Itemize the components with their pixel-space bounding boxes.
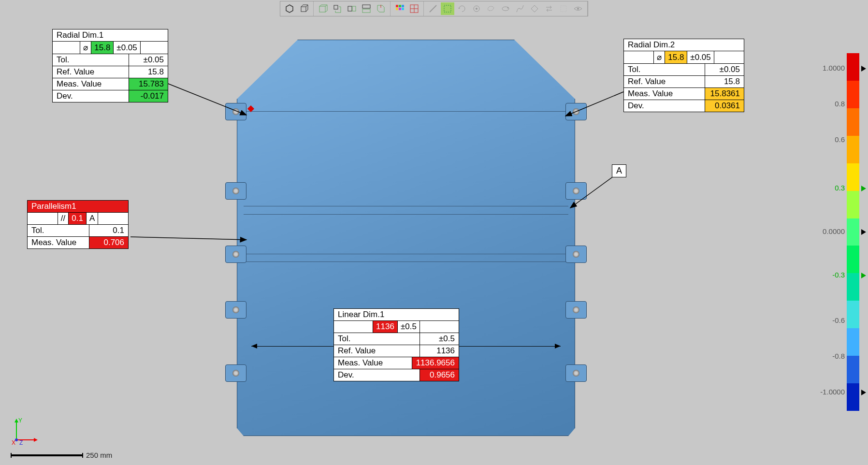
nominal-value: 15.8 bbox=[91, 42, 114, 54]
callout-radial-dim-1[interactable]: Radial Dim.1 ⌀ 15.8 ±0.05 Tol.±0.05 Ref.… bbox=[52, 29, 168, 102]
callout-title: Radial Dim.2 bbox=[624, 39, 744, 51]
meas-value: 15.8361 bbox=[705, 88, 744, 100]
tool-diamond-icon[interactable] bbox=[528, 2, 541, 15]
svg-marker-31 bbox=[531, 5, 538, 12]
callout-radial-dim-2[interactable]: Radial Dim.2 ⌀ 15.8 ±0.05 Tol.±0.05 Ref.… bbox=[623, 39, 744, 112]
svg-point-33 bbox=[577, 8, 579, 10]
meas-value: 1136.9656 bbox=[412, 357, 459, 369]
legend-tick: -0.6 bbox=[816, 316, 845, 324]
tool-select-box-icon[interactable] bbox=[441, 2, 454, 15]
tool-hexagon-icon[interactable] bbox=[283, 2, 296, 15]
legend-tick: 0.8 bbox=[816, 100, 845, 108]
svg-line-6 bbox=[325, 11, 327, 12]
svg-point-30 bbox=[507, 7, 509, 9]
tool-eye-icon[interactable] bbox=[571, 2, 585, 15]
tool-draw-icon[interactable] bbox=[513, 2, 527, 15]
tol-value: 0.1 bbox=[89, 225, 128, 236]
dev-label: Dev. bbox=[53, 90, 129, 102]
svg-rect-11 bbox=[352, 6, 356, 11]
svg-rect-32 bbox=[561, 6, 566, 12]
dev-value: 0.0361 bbox=[705, 100, 744, 112]
tolerance-symbol: ±0.5 bbox=[398, 321, 420, 333]
svg-rect-12 bbox=[362, 5, 370, 8]
tolerance-symbol: ±0.05 bbox=[687, 51, 714, 63]
tol-label: Tol. bbox=[28, 225, 89, 236]
tool-view3-icon[interactable] bbox=[360, 2, 373, 15]
svg-rect-21 bbox=[402, 8, 404, 10]
nominal-value: 15.8 bbox=[665, 51, 687, 63]
diameter-symbol-icon: ⌀ bbox=[80, 42, 91, 54]
legend-tick: 0.3 bbox=[816, 184, 845, 192]
tool-ghost-icon[interactable] bbox=[557, 2, 570, 15]
datum-text: A bbox=[616, 166, 622, 175]
tol-value: ±0.5 bbox=[420, 333, 459, 345]
legend-tick: 0.0000 bbox=[816, 227, 845, 235]
tool-line-icon[interactable] bbox=[426, 2, 440, 15]
tool-cube-icon[interactable] bbox=[297, 2, 311, 15]
dev-value: 0.9656 bbox=[420, 369, 459, 381]
ref-value: 1136 bbox=[420, 345, 459, 357]
ref-label: Ref. Value bbox=[624, 76, 705, 87]
axis-triad: Y X Z bbox=[11, 417, 40, 446]
legend-tick: 0.6 bbox=[816, 135, 845, 144]
tol-label: Tol. bbox=[334, 333, 420, 345]
meas-value: 0.706 bbox=[89, 237, 128, 248]
legend-tick: -0.8 bbox=[816, 352, 845, 360]
svg-rect-9 bbox=[334, 5, 338, 9]
ref-value: 15.8 bbox=[129, 66, 168, 78]
dev-label: Dev. bbox=[334, 369, 420, 381]
callout-linear-dim-1[interactable]: Linear Dim.1 1136 ±0.5 Tol.±0.5 Ref. Val… bbox=[333, 308, 459, 381]
tol-value: ±0.05 bbox=[705, 64, 744, 75]
svg-rect-19 bbox=[396, 8, 398, 10]
svg-line-2 bbox=[306, 5, 308, 7]
svg-marker-42 bbox=[34, 438, 38, 442]
tool-view4-icon[interactable] bbox=[374, 2, 388, 15]
svg-rect-1 bbox=[301, 7, 306, 12]
dev-value: -0.017 bbox=[129, 90, 168, 102]
axis-x-label: X bbox=[12, 439, 15, 446]
parallelism-symbol-icon: // bbox=[58, 213, 69, 224]
tol-value: ±0.05 bbox=[129, 54, 168, 66]
meas-value: 15.783 bbox=[129, 78, 168, 90]
datum-a-label: A bbox=[612, 164, 626, 177]
svg-rect-10 bbox=[348, 6, 352, 11]
tool-lasso-icon[interactable] bbox=[484, 2, 498, 15]
svg-rect-13 bbox=[362, 9, 370, 13]
meas-label: Meas. Value bbox=[28, 237, 89, 248]
tool-colorgrid-icon[interactable] bbox=[393, 2, 406, 15]
svg-marker-0 bbox=[286, 5, 293, 13]
ref-label: Ref. Value bbox=[334, 345, 420, 357]
ref-label: Ref. Value bbox=[53, 66, 129, 78]
diameter-symbol-icon: ⌀ bbox=[654, 51, 665, 63]
ref-value: 15.8 bbox=[705, 76, 744, 87]
svg-rect-18 bbox=[402, 5, 404, 7]
nominal-value: 1136 bbox=[373, 321, 398, 333]
callout-title: Radial Dim.1 bbox=[53, 29, 168, 42]
meas-label: Meas. Value bbox=[334, 357, 412, 369]
tool-rotate-icon[interactable] bbox=[455, 2, 469, 15]
svg-rect-20 bbox=[399, 8, 401, 10]
axis-y-label: Y bbox=[18, 417, 22, 424]
legend-tick: -0.3 bbox=[816, 271, 845, 279]
meas-label: Meas. Value bbox=[624, 88, 705, 100]
svg-marker-40 bbox=[14, 419, 18, 422]
tol-label: Tol. bbox=[624, 64, 705, 75]
tool-target-icon[interactable] bbox=[470, 2, 483, 15]
tool-view1-icon[interactable] bbox=[331, 2, 344, 15]
svg-rect-16 bbox=[396, 5, 398, 7]
svg-point-28 bbox=[476, 8, 477, 10]
deviation-color-legend: 1.0000 0.8 0.6 0.3 0.0000 -0.3 -0.6 -0.8… bbox=[806, 48, 859, 416]
svg-rect-3 bbox=[319, 6, 325, 12]
scale-line bbox=[11, 454, 83, 456]
axis-z-label: Z bbox=[19, 439, 23, 446]
tool-plaingrid-icon[interactable] bbox=[407, 2, 421, 15]
callout-title: Parallelism1 bbox=[28, 201, 128, 213]
tool-orbit-icon[interactable] bbox=[499, 2, 512, 15]
tool-swap-icon[interactable] bbox=[542, 2, 556, 15]
svg-rect-26 bbox=[444, 5, 451, 12]
callout-parallelism-1[interactable]: Parallelism1 // 0.1 A Tol.0.1 Meas. Valu… bbox=[27, 200, 129, 249]
scale-bar: 250 mm bbox=[11, 451, 112, 459]
tool-view2-icon[interactable] bbox=[345, 2, 359, 15]
tool-wirebox-icon[interactable] bbox=[316, 2, 330, 15]
legend-gradient bbox=[847, 53, 859, 411]
